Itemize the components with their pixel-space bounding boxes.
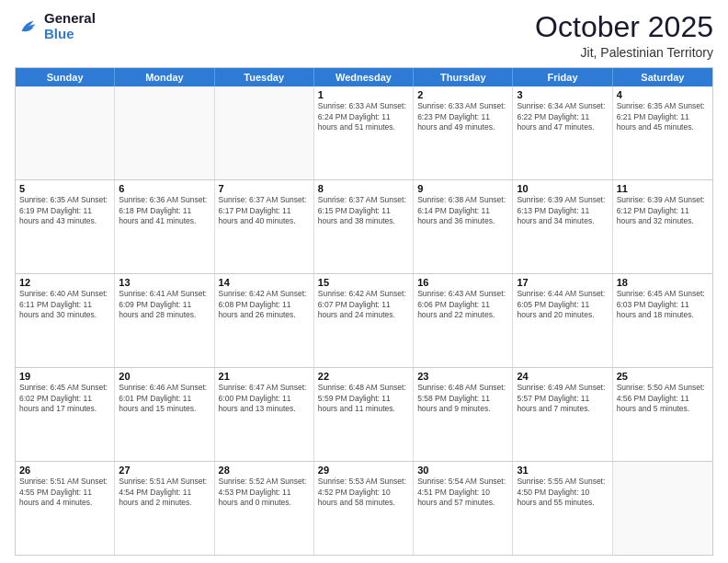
day-number: 13 xyxy=(119,277,210,288)
header-tuesday: Tuesday xyxy=(215,68,314,86)
day-17: 17Sunrise: 6:44 AM Sunset: 6:05 PM Dayli… xyxy=(513,274,612,367)
day-23: 23Sunrise: 6:48 AM Sunset: 5:58 PM Dayli… xyxy=(414,368,513,461)
day-info: Sunrise: 6:35 AM Sunset: 6:19 PM Dayligh… xyxy=(19,195,110,226)
day-28: 28Sunrise: 5:52 AM Sunset: 4:53 PM Dayli… xyxy=(215,462,314,555)
day-number: 20 xyxy=(119,371,210,382)
header: General Blue October 2025 Jit, Palestini… xyxy=(15,11,713,60)
day-info: Sunrise: 6:46 AM Sunset: 6:01 PM Dayligh… xyxy=(119,383,210,414)
empty-cell-0-1 xyxy=(115,86,214,179)
day-number: 18 xyxy=(617,277,709,288)
day-info: Sunrise: 5:51 AM Sunset: 4:54 PM Dayligh… xyxy=(119,477,210,508)
header-thursday: Thursday xyxy=(414,68,513,86)
title-block: October 2025 Jit, Palestinian Territory xyxy=(535,11,713,60)
day-info: Sunrise: 6:33 AM Sunset: 6:24 PM Dayligh… xyxy=(318,101,409,132)
day-info: Sunrise: 6:36 AM Sunset: 6:18 PM Dayligh… xyxy=(119,195,210,226)
calendar-header: Sunday Monday Tuesday Wednesday Thursday… xyxy=(16,68,712,86)
day-27: 27Sunrise: 5:51 AM Sunset: 4:54 PM Dayli… xyxy=(115,462,214,555)
day-info: Sunrise: 5:51 AM Sunset: 4:55 PM Dayligh… xyxy=(19,477,110,508)
empty-cell-0-2 xyxy=(215,86,314,179)
main-title: October 2025 xyxy=(535,11,713,43)
day-info: Sunrise: 6:42 AM Sunset: 6:07 PM Dayligh… xyxy=(318,289,409,320)
day-number: 23 xyxy=(417,371,508,382)
day-16: 16Sunrise: 6:43 AM Sunset: 6:06 PM Dayli… xyxy=(414,274,513,367)
day-info: Sunrise: 6:37 AM Sunset: 6:15 PM Dayligh… xyxy=(318,195,409,226)
day-number: 30 xyxy=(417,465,508,476)
day-number: 10 xyxy=(517,183,608,194)
header-wednesday: Wednesday xyxy=(314,68,414,86)
day-22: 22Sunrise: 6:48 AM Sunset: 5:59 PM Dayli… xyxy=(314,368,414,461)
header-monday: Monday xyxy=(115,68,214,86)
day-info: Sunrise: 6:38 AM Sunset: 6:14 PM Dayligh… xyxy=(417,195,508,226)
day-number: 6 xyxy=(119,183,210,194)
day-info: Sunrise: 6:35 AM Sunset: 6:21 PM Dayligh… xyxy=(617,101,709,132)
day-number: 27 xyxy=(119,465,210,476)
day-29: 29Sunrise: 5:53 AM Sunset: 4:52 PM Dayli… xyxy=(314,462,414,555)
logo: General Blue xyxy=(15,11,96,41)
day-info: Sunrise: 5:52 AM Sunset: 4:53 PM Dayligh… xyxy=(219,477,310,508)
day-number: 14 xyxy=(219,277,310,288)
day-info: Sunrise: 5:50 AM Sunset: 4:56 PM Dayligh… xyxy=(617,383,709,414)
day-number: 24 xyxy=(517,371,608,382)
day-number: 2 xyxy=(417,89,508,100)
day-number: 15 xyxy=(318,277,409,288)
day-number: 12 xyxy=(19,277,110,288)
day-info: Sunrise: 5:53 AM Sunset: 4:52 PM Dayligh… xyxy=(318,477,409,508)
day-11: 11Sunrise: 6:39 AM Sunset: 6:12 PM Dayli… xyxy=(613,180,712,273)
day-info: Sunrise: 6:39 AM Sunset: 6:12 PM Dayligh… xyxy=(617,195,709,226)
day-14: 14Sunrise: 6:42 AM Sunset: 6:08 PM Dayli… xyxy=(215,274,314,367)
day-number: 5 xyxy=(19,183,110,194)
day-number: 21 xyxy=(219,371,310,382)
day-number: 8 xyxy=(318,183,409,194)
day-info: Sunrise: 6:49 AM Sunset: 5:57 PM Dayligh… xyxy=(517,383,608,414)
day-10: 10Sunrise: 6:39 AM Sunset: 6:13 PM Dayli… xyxy=(513,180,612,273)
day-3: 3Sunrise: 6:34 AM Sunset: 6:22 PM Daylig… xyxy=(513,86,612,179)
logo-icon xyxy=(15,14,40,40)
day-info: Sunrise: 6:43 AM Sunset: 6:06 PM Dayligh… xyxy=(417,289,508,320)
calendar: Sunday Monday Tuesday Wednesday Thursday… xyxy=(15,67,713,556)
day-number: 17 xyxy=(517,277,608,288)
header-friday: Friday xyxy=(513,68,612,86)
day-info: Sunrise: 6:45 AM Sunset: 6:03 PM Dayligh… xyxy=(617,289,709,320)
week-row-1: 1Sunrise: 6:33 AM Sunset: 6:24 PM Daylig… xyxy=(16,86,712,179)
day-15: 15Sunrise: 6:42 AM Sunset: 6:07 PM Dayli… xyxy=(314,274,414,367)
day-8: 8Sunrise: 6:37 AM Sunset: 6:15 PM Daylig… xyxy=(314,180,414,273)
day-31: 31Sunrise: 5:55 AM Sunset: 4:50 PM Dayli… xyxy=(513,462,612,555)
day-26: 26Sunrise: 5:51 AM Sunset: 4:55 PM Dayli… xyxy=(16,462,115,555)
day-number: 29 xyxy=(318,465,409,476)
day-number: 7 xyxy=(219,183,310,194)
day-info: Sunrise: 6:40 AM Sunset: 6:11 PM Dayligh… xyxy=(19,289,110,320)
day-number: 22 xyxy=(318,371,409,382)
day-20: 20Sunrise: 6:46 AM Sunset: 6:01 PM Dayli… xyxy=(115,368,214,461)
day-number: 16 xyxy=(417,277,508,288)
empty-cell-4-6 xyxy=(613,462,712,555)
day-info: Sunrise: 6:42 AM Sunset: 6:08 PM Dayligh… xyxy=(219,289,310,320)
day-21: 21Sunrise: 6:47 AM Sunset: 6:00 PM Dayli… xyxy=(215,368,314,461)
week-row-2: 5Sunrise: 6:35 AM Sunset: 6:19 PM Daylig… xyxy=(16,179,712,273)
day-number: 1 xyxy=(318,89,409,100)
day-1: 1Sunrise: 6:33 AM Sunset: 6:24 PM Daylig… xyxy=(314,86,414,179)
day-info: Sunrise: 6:47 AM Sunset: 6:00 PM Dayligh… xyxy=(219,383,310,414)
week-row-4: 19Sunrise: 6:45 AM Sunset: 6:02 PM Dayli… xyxy=(16,367,712,461)
day-info: Sunrise: 6:48 AM Sunset: 5:59 PM Dayligh… xyxy=(318,383,409,414)
day-18: 18Sunrise: 6:45 AM Sunset: 6:03 PM Dayli… xyxy=(613,274,712,367)
day-6: 6Sunrise: 6:36 AM Sunset: 6:18 PM Daylig… xyxy=(115,180,214,273)
day-info: Sunrise: 6:44 AM Sunset: 6:05 PM Dayligh… xyxy=(517,289,608,320)
subtitle: Jit, Palestinian Territory xyxy=(535,45,713,60)
day-number: 31 xyxy=(517,465,608,476)
day-4: 4Sunrise: 6:35 AM Sunset: 6:21 PM Daylig… xyxy=(613,86,712,179)
day-number: 19 xyxy=(19,371,110,382)
day-24: 24Sunrise: 6:49 AM Sunset: 5:57 PM Dayli… xyxy=(513,368,612,461)
day-info: Sunrise: 6:39 AM Sunset: 6:13 PM Dayligh… xyxy=(517,195,608,226)
day-info: Sunrise: 5:55 AM Sunset: 4:50 PM Dayligh… xyxy=(517,477,608,508)
day-info: Sunrise: 5:54 AM Sunset: 4:51 PM Dayligh… xyxy=(417,477,508,508)
day-number: 9 xyxy=(417,183,508,194)
day-info: Sunrise: 6:48 AM Sunset: 5:58 PM Dayligh… xyxy=(417,383,508,414)
day-info: Sunrise: 6:41 AM Sunset: 6:09 PM Dayligh… xyxy=(119,289,210,320)
header-saturday: Saturday xyxy=(613,68,712,86)
header-sunday: Sunday xyxy=(16,68,115,86)
day-19: 19Sunrise: 6:45 AM Sunset: 6:02 PM Dayli… xyxy=(16,368,115,461)
day-12: 12Sunrise: 6:40 AM Sunset: 6:11 PM Dayli… xyxy=(16,274,115,367)
day-13: 13Sunrise: 6:41 AM Sunset: 6:09 PM Dayli… xyxy=(115,274,214,367)
day-2: 2Sunrise: 6:33 AM Sunset: 6:23 PM Daylig… xyxy=(414,86,513,179)
day-number: 4 xyxy=(617,89,709,100)
